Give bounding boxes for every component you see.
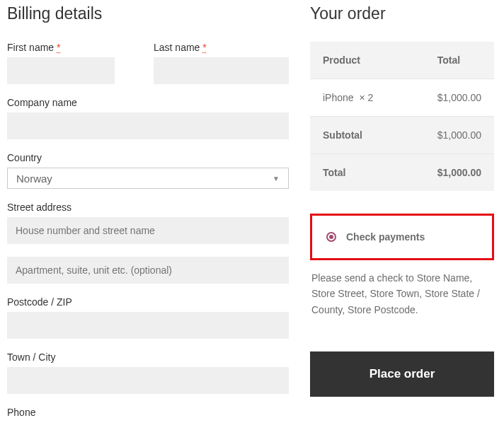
street-field[interactable] bbox=[7, 217, 289, 244]
first-name-field[interactable] bbox=[7, 57, 115, 84]
street-label: Street address bbox=[7, 202, 289, 213]
subtotal-value: $1,000.00 bbox=[425, 117, 494, 154]
item-cell: iPhone × 2 bbox=[310, 79, 425, 117]
order-section: Your order Product Total iPhone × 2 $1,0… bbox=[310, 4, 494, 431]
required-mark-icon: * bbox=[202, 42, 206, 53]
payment-method-label: Check payments bbox=[346, 231, 425, 243]
table-header-row: Product Total bbox=[310, 42, 494, 79]
apartment-field[interactable] bbox=[7, 257, 289, 284]
company-field[interactable] bbox=[7, 112, 289, 139]
billing-heading: Billing details bbox=[7, 4, 289, 23]
required-mark-icon: * bbox=[57, 42, 60, 53]
payment-method-option[interactable]: Check payments bbox=[310, 214, 494, 260]
subtotal-label: Subtotal bbox=[310, 117, 425, 154]
last-name-label: Last name * bbox=[154, 42, 289, 53]
company-label: Company name bbox=[7, 97, 289, 108]
country-select[interactable]: Norway ▼ bbox=[7, 168, 289, 189]
place-order-button[interactable]: Place order bbox=[310, 351, 494, 397]
town-field[interactable] bbox=[7, 367, 289, 394]
billing-section: Billing details First name * Last name *… bbox=[7, 4, 289, 431]
table-row: iPhone × 2 $1,000.00 bbox=[310, 79, 494, 117]
item-name: iPhone bbox=[323, 92, 354, 103]
table-row: Total $1,000.00 bbox=[310, 154, 494, 192]
chevron-down-icon: ▼ bbox=[273, 175, 280, 182]
radio-selected-icon bbox=[326, 232, 336, 242]
total-header: Total bbox=[425, 42, 494, 79]
table-row: Subtotal $1,000.00 bbox=[310, 117, 494, 154]
item-total: $1,000.00 bbox=[425, 79, 494, 117]
payment-description: Please send a check to Store Name, Store… bbox=[310, 270, 494, 318]
postcode-label: Postcode / ZIP bbox=[7, 296, 289, 308]
postcode-field[interactable] bbox=[7, 312, 289, 339]
item-qty: × 2 bbox=[359, 92, 373, 103]
last-name-field[interactable] bbox=[154, 57, 289, 84]
country-value: Norway bbox=[16, 173, 52, 185]
product-header: Product bbox=[310, 42, 425, 79]
first-name-label: First name * bbox=[7, 42, 142, 53]
town-label: Town / City bbox=[7, 351, 289, 363]
order-heading: Your order bbox=[310, 4, 494, 23]
country-label: Country bbox=[7, 152, 289, 163]
order-table: Product Total iPhone × 2 $1,000.00 Subto… bbox=[310, 42, 494, 191]
total-value: $1,000.00 bbox=[425, 154, 494, 192]
total-label: Total bbox=[310, 154, 425, 192]
phone-label: Phone bbox=[7, 407, 289, 418]
